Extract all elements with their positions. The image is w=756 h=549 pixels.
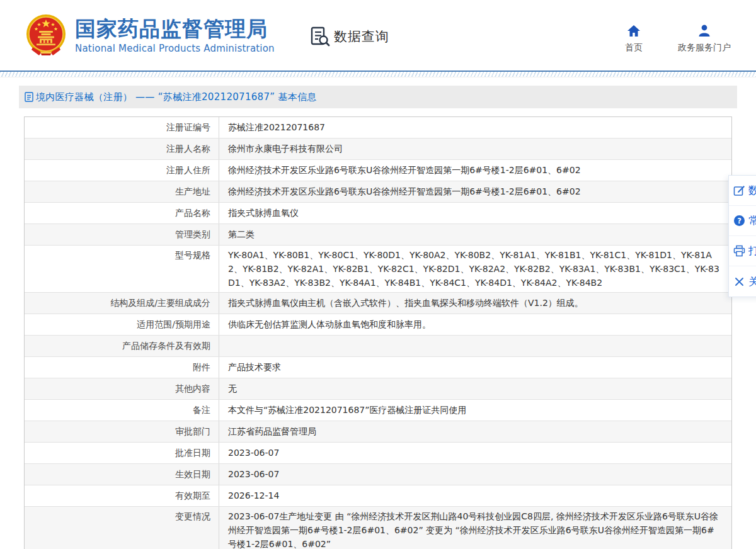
table-row: 批准日期 2023-06-07: [25, 443, 731, 464]
site-title: 国家药品监督管理局: [75, 17, 275, 41]
row-label: 注册人名称: [25, 139, 219, 159]
question-icon: ?: [733, 215, 745, 227]
data-query-label: 数据查询: [334, 28, 389, 45]
table-row: 适用范围/预期用途 供临床无创估算监测人体动脉血氧饱和度和脉率用。: [25, 314, 731, 336]
row-label: 生产地址: [25, 181, 219, 202]
side-item-close[interactable]: 关: [729, 266, 756, 297]
side-item-label: 数: [748, 183, 756, 198]
site-header: 国家药品监督管理局 National Medical Products Admi…: [0, 0, 756, 71]
row-value: 徐州经济技术开发区乐业路6号联东U谷徐州经开智造园第一期6#号楼1-2层6#01…: [219, 181, 731, 202]
table-row: 结构及组成/主要组成成分 指夹式脉搏血氧仪由主机（含嵌入式软件）、指夹血氧探头和…: [25, 293, 731, 314]
feedback-edit-icon: [733, 184, 745, 196]
home-icon: [626, 23, 641, 38]
table-row: 生效日期 2023-06-07: [25, 464, 731, 485]
row-label: 注册证编号: [25, 117, 219, 138]
row-value: 徐州市永康电子科技有限公司: [219, 139, 731, 159]
document-search-icon: [310, 26, 330, 47]
table-row: 其他内容 无: [25, 378, 731, 400]
row-label: 有效期至: [25, 485, 219, 506]
row-label: 审批部门: [25, 421, 219, 442]
national-emblem-icon: [24, 13, 68, 57]
row-value: 产品技术要求: [219, 357, 731, 378]
registration-info-table: 注册证编号 苏械注准20212071687 注册人名称 徐州市永康电子科技有限公…: [24, 116, 732, 549]
side-item-label: 打: [748, 244, 756, 258]
row-value: 2023-06-07: [219, 464, 731, 485]
row-value: 本文件与“苏械注准20212071687”医疗器械注册证共同使用: [219, 400, 731, 421]
table-row: 审批部门 江苏省药品监督管理局: [25, 421, 731, 443]
side-item-label: 常: [748, 213, 756, 228]
row-value: 无: [219, 378, 731, 399]
page-title-bar: 境内医疗器械（注册） —— “苏械注准20212071687” 基本信息: [19, 86, 737, 108]
row-value: 指夹式脉搏血氧仪由主机（含嵌入式软件）、指夹血氧探头和移动终端软件（V1.2）组…: [219, 293, 731, 314]
side-item-label: 关: [748, 274, 756, 289]
table-row: 有效期至 2026-12-14: [25, 485, 731, 507]
printer-icon: [733, 245, 745, 257]
row-label: 产品储存条件及有效期: [25, 336, 219, 356]
row-label: 批准日期: [25, 443, 219, 463]
row-value: 2023-06-07: [219, 443, 731, 463]
row-label: 附件: [25, 357, 219, 378]
nav-home[interactable]: 首页: [620, 23, 648, 54]
table-row: 注册人住所 徐州经济技术开发区乐业路6号联东U谷徐州经开智造园第一期6#号楼1-…: [25, 160, 731, 181]
row-label: 变更情况: [25, 507, 219, 549]
row-label: 产品名称: [25, 203, 219, 224]
row-label: 适用范围/预期用途: [25, 314, 219, 335]
top-nav: 首页 政务服务门户: [620, 23, 731, 54]
table-row: 附件 产品技术要求: [25, 357, 731, 378]
data-query-link[interactable]: 数据查询: [310, 26, 389, 47]
table-row: 生产地址 徐州经济技术开发区乐业路6号联东U谷徐州经开智造园第一期6#号楼1-2…: [25, 181, 731, 203]
table-row-changes: 变更情况 2023-06-07生产地址变更 由 “徐州经济技术开发区荆山路40号…: [25, 507, 731, 549]
nav-portal[interactable]: 政务服务门户: [678, 23, 731, 54]
row-value: [219, 336, 731, 356]
row-value: 2026-12-14: [219, 485, 731, 506]
nav-portal-label: 政务服务门户: [678, 42, 731, 54]
table-row: 注册人名称 徐州市永康电子科技有限公司: [25, 139, 731, 160]
page-title: 境内医疗器械（注册） —— “苏械注准20212071687” 基本信息: [36, 91, 317, 103]
table-row: 产品名称 指夹式脉搏血氧仪: [25, 203, 731, 224]
row-value: 第二类: [219, 224, 731, 245]
nav-home-label: 首页: [625, 42, 643, 54]
row-label: 管理类别: [25, 224, 219, 245]
row-label: 注册人住所: [25, 160, 219, 181]
side-item-print[interactable]: 打: [729, 236, 756, 266]
brand-text: 国家药品监督管理局 National Medical Products Admi…: [75, 17, 275, 54]
row-value: YK-80A1、YK-80B1、YK-80C1、YK-80D1、YK-80A2、…: [219, 246, 731, 292]
row-value: 徐州经济技术开发区乐业路6号联东U谷徐州经开智造园第一期6#号楼1-2层6#01…: [219, 160, 731, 181]
close-icon: [733, 276, 745, 288]
row-label: 型号规格: [25, 246, 219, 292]
site-logo[interactable]: 国家药品监督管理局 National Medical Products Admi…: [24, 13, 275, 57]
page-root: 国家药品监督管理局 National Medical Products Admi…: [0, 0, 756, 549]
row-label: 其他内容: [25, 378, 219, 399]
table-row: 备注 本文件与“苏械注准20212071687”医疗器械注册证共同使用: [25, 400, 731, 421]
main-content: 境内医疗器械（注册） —— “苏械注准20212071687” 基本信息 注册证…: [0, 77, 756, 549]
row-label: 生效日期: [25, 464, 219, 485]
side-item-faq[interactable]: ? 常: [729, 206, 756, 236]
row-value: 指夹式脉搏血氧仪: [219, 203, 731, 224]
row-value: 供临床无创估算监测人体动脉血氧饱和度和脉率用。: [219, 314, 731, 335]
user-icon: [697, 23, 712, 38]
row-value: 2023-06-07生产地址变更 由 “徐州经济技术开发区荆山路40号科技创业园…: [219, 507, 731, 549]
row-label: 备注: [25, 400, 219, 421]
table-row: 注册证编号 苏械注准20212071687: [25, 117, 731, 139]
side-item-feedback[interactable]: 数: [729, 176, 756, 206]
row-value: 江苏省药品监督管理局: [219, 421, 731, 442]
site-subtitle: National Medical Products Administration: [75, 43, 275, 54]
row-value: 苏械注准20212071687: [219, 117, 731, 138]
svg-text:?: ?: [737, 217, 742, 225]
side-toolbar: 数 ? 常 打 关: [728, 175, 756, 297]
header-stripe-band: [0, 72, 756, 77]
table-row-models: 型号规格 YK-80A1、YK-80B1、YK-80C1、YK-80D1、YK-…: [25, 246, 731, 293]
row-label: 结构及组成/主要组成成分: [25, 293, 219, 314]
table-row: 管理类别 第二类: [25, 224, 731, 246]
document-icon: [25, 92, 33, 102]
table-row: 产品储存条件及有效期: [25, 336, 731, 357]
